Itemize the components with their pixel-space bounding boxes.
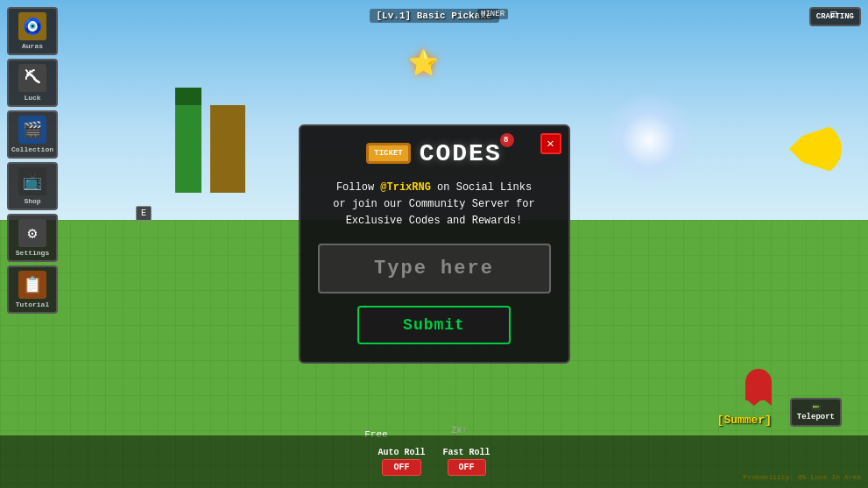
close-button[interactable]: ✕ — [540, 133, 561, 154]
modal-overlay: ✕ TICKET CODES 8 Follow @TrixRNG on Soci… — [0, 0, 868, 488]
code-input[interactable] — [318, 244, 551, 294]
modal-header: TICKET CODES 8 — [318, 140, 551, 167]
ticket-badge: TICKET — [366, 143, 410, 164]
notification-dot: 8 — [500, 133, 514, 147]
submit-button[interactable]: Submit — [357, 306, 511, 344]
codes-modal: ✕ TICKET CODES 8 Follow @TrixRNG on Soci… — [299, 124, 570, 364]
codes-title: CODES 8 — [420, 140, 502, 167]
highlight-username: @TrixRNG — [380, 181, 431, 194]
modal-description: Follow @TrixRNG on Social Links or join … — [318, 180, 551, 230]
